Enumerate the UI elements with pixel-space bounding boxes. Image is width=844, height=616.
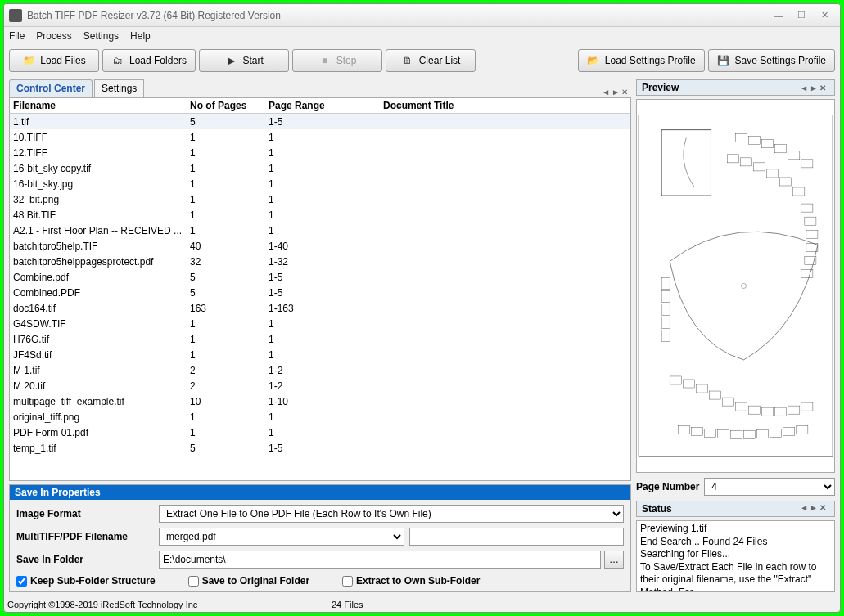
cell: 1 xyxy=(187,130,265,145)
cell: batchitpro5helppagesprotect.pdf xyxy=(10,254,187,269)
cell: 1 xyxy=(265,146,380,160)
table-row[interactable]: G4SDW.TIF11 xyxy=(10,316,630,331)
cell: 1 xyxy=(187,425,265,440)
save-profile-button[interactable]: 💾Save Settings Profile xyxy=(708,49,835,72)
table-row[interactable]: original_tiff.png11 xyxy=(10,409,630,425)
table-row[interactable]: Combine.pdf51-5 xyxy=(10,269,630,285)
tab-next-icon[interactable]: ► xyxy=(612,88,620,97)
cell: 40 xyxy=(187,239,265,254)
tab-control-center[interactable]: Control Center xyxy=(9,79,93,97)
cell: 1-5 xyxy=(265,115,380,129)
file-table: Filename No of Pages Page Range Document… xyxy=(9,97,631,481)
page-number-select[interactable]: 4 xyxy=(704,478,835,496)
cell: 12.TIFF xyxy=(10,146,187,160)
preview-title-label: Preview xyxy=(642,82,679,93)
cell: 32_bit.png xyxy=(10,192,187,207)
copyright-label: Copyright ©1998-2019 iRedSoft Technology… xyxy=(7,600,332,609)
cell: 1 xyxy=(265,317,380,331)
menu-file[interactable]: File xyxy=(9,30,25,42)
preview-next-icon[interactable]: ► xyxy=(810,83,818,92)
tab-settings[interactable]: Settings xyxy=(94,79,144,97)
load-profile-button[interactable]: 📂Load Settings Profile xyxy=(578,49,705,72)
col-filename[interactable]: Filename xyxy=(10,98,187,113)
cell xyxy=(380,338,630,341)
table-row[interactable]: M 20.tif21-2 xyxy=(10,378,630,393)
cell: M 1.tif xyxy=(10,363,187,378)
save-folder-input[interactable] xyxy=(159,551,601,569)
table-row[interactable]: batchitpro5help.TIF401-40 xyxy=(10,238,630,254)
cell xyxy=(380,151,630,155)
clear-list-button[interactable]: 🗎Clear List xyxy=(386,49,476,72)
table-row[interactable]: 16-bit_sky.jpg11 xyxy=(10,176,630,191)
table-row[interactable]: 10.TIFF11 xyxy=(10,129,630,145)
status-close-icon[interactable]: ✕ xyxy=(819,503,826,515)
cell: Combined.PDF xyxy=(10,286,187,300)
table-row[interactable]: 1.tif51-5 xyxy=(10,114,630,129)
table-row[interactable]: 12.TIFF11 xyxy=(10,145,630,160)
table-row[interactable]: 48 Bit.TIF11 xyxy=(10,207,630,223)
table-row[interactable]: Combined.PDF51-5 xyxy=(10,285,630,300)
maximize-button[interactable]: ☐ xyxy=(791,8,812,23)
minimize-button[interactable]: — xyxy=(768,8,789,23)
preview-prev-icon[interactable]: ◄ xyxy=(800,83,808,92)
table-body[interactable]: 1.tif51-510.TIFF1112.TIFF1116-bit_sky co… xyxy=(10,114,630,480)
cell: 1 xyxy=(265,348,380,362)
clear-list-label: Clear List xyxy=(419,55,461,66)
save-original-checkbox[interactable]: Save to Original Folder xyxy=(188,575,309,587)
table-row[interactable]: A2.1 - First Floor Plan -- RECEIVED ...1… xyxy=(10,223,630,238)
cell: 1 xyxy=(187,208,265,223)
table-row[interactable]: multipage_tiff_example.tif101-10 xyxy=(10,393,630,409)
menu-process[interactable]: Process xyxy=(36,30,71,42)
stop-button[interactable]: ■Stop xyxy=(292,49,382,72)
tab-prev-icon[interactable]: ◄ xyxy=(602,88,610,97)
col-pages[interactable]: No of Pages xyxy=(187,98,265,113)
close-button[interactable]: ✕ xyxy=(814,8,835,23)
load-profile-label: Load Settings Profile xyxy=(605,55,696,66)
col-title[interactable]: Document Title xyxy=(380,98,630,113)
browse-folder-button[interactable]: … xyxy=(604,551,624,569)
table-row[interactable]: 32_bit.png11 xyxy=(10,191,630,207)
cell: multipage_tiff_example.tif xyxy=(10,394,187,409)
menu-help[interactable]: Help xyxy=(130,30,151,42)
table-row[interactable]: 16-bit_sky copy.tif11 xyxy=(10,160,630,176)
col-range[interactable]: Page Range xyxy=(265,98,380,113)
table-row[interactable]: JF4Sd.tif11 xyxy=(10,347,630,362)
keep-sub-label: Keep Sub-Folder Structure xyxy=(30,575,156,587)
image-format-label: Image Format xyxy=(16,508,154,519)
preview-close-icon[interactable]: ✕ xyxy=(819,83,826,92)
load-files-label: Load Files xyxy=(40,55,85,66)
load-folders-label: Load Folders xyxy=(129,55,187,66)
folder-label: Save In Folder xyxy=(16,554,154,565)
table-row[interactable]: doc164.tif1631-163 xyxy=(10,300,630,316)
status-prev-icon[interactable]: ◄ xyxy=(800,503,808,515)
cell xyxy=(380,384,630,388)
start-button[interactable]: ▶Start xyxy=(199,49,289,72)
tab-close-icon[interactable]: ✕ xyxy=(621,88,628,97)
cell: JF4Sd.tif xyxy=(10,348,187,362)
status-next-icon[interactable]: ► xyxy=(810,503,818,515)
cell xyxy=(380,431,630,434)
multitiff-extra-input[interactable] xyxy=(409,528,624,546)
image-format-select[interactable]: Extract One File to One PDF File (Each R… xyxy=(159,505,624,523)
keep-subfolder-checkbox[interactable]: Keep Sub-Folder Structure xyxy=(16,575,156,587)
window-title: Batch TIFF PDF Resizer v3.72 (64 Bit) Re… xyxy=(27,10,281,21)
table-row[interactable]: temp_1.tif51-5 xyxy=(10,440,630,456)
table-row[interactable]: H76G.tif11 xyxy=(10,331,630,347)
status-log[interactable]: Previewing 1.tifEnd Search .. Found 24 F… xyxy=(636,520,835,592)
table-row[interactable]: batchitpro5helppagesprotect.pdf321-32 xyxy=(10,254,630,269)
cell: 16-bit_sky copy.tif xyxy=(10,161,187,176)
status-line: Searching for Files... xyxy=(640,548,831,561)
menu-settings[interactable]: Settings xyxy=(83,30,119,42)
multitiff-filename-select[interactable]: merged.pdf xyxy=(159,528,404,546)
extract-own-checkbox[interactable]: Extract to Own Sub-Folder xyxy=(342,575,480,587)
load-files-button[interactable]: 📁Load Files xyxy=(9,49,99,72)
table-row[interactable]: M 1.tif21-2 xyxy=(10,362,630,378)
cell: 1-2 xyxy=(265,379,380,393)
cell: temp_1.tif xyxy=(10,441,187,456)
cell: 1-5 xyxy=(265,270,380,285)
cell: 1 xyxy=(265,425,380,440)
cell: original_tiff.png xyxy=(10,410,187,425)
table-row[interactable]: PDF Form 01.pdf11 xyxy=(10,425,630,440)
load-folders-button[interactable]: 🗂Load Folders xyxy=(102,49,196,72)
status-line: Previewing 1.tif xyxy=(640,523,831,536)
